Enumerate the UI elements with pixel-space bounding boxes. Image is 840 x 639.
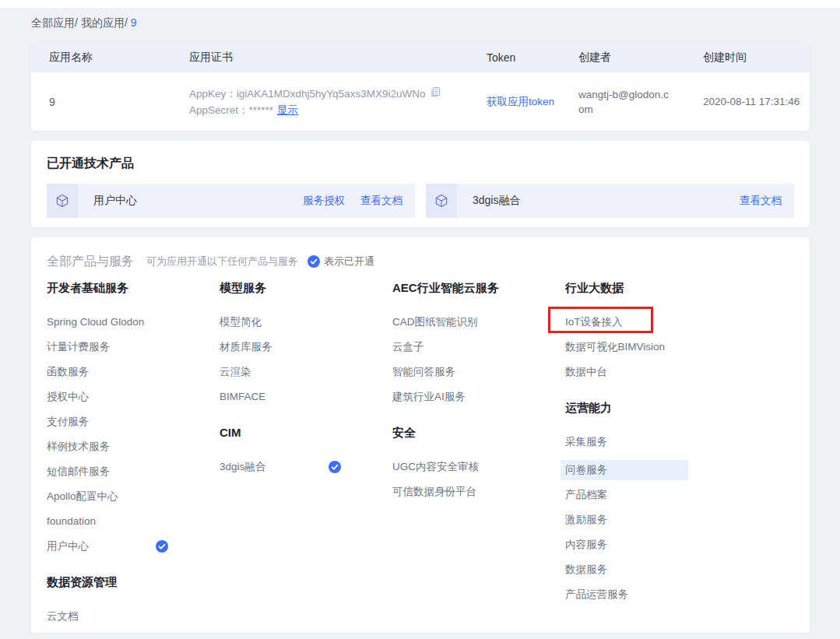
breadcrumb: 全部应用/我的应用/9 <box>31 16 810 30</box>
app-table-card: 应用名称 应用证书 Token 创建者 创建时间 9 AppKey：igiAKA… <box>31 43 810 131</box>
appkey-value: AppKey：igiAKA1MDxdhj5hyYq5axs3MX9i2uWNo <box>189 86 425 102</box>
service-item-user-center[interactable]: 用户中心 <box>47 539 168 553</box>
service-item-payment[interactable]: 支付服务 <box>47 415 168 429</box>
legend-label: 表示已开通 <box>324 255 374 269</box>
service-item-construction-ai[interactable]: 建筑行业AI服务 <box>392 390 514 404</box>
service-item-ugc-audit[interactable]: UGC内容安全审核 <box>392 460 514 474</box>
app-table-header: 应用名称 应用证书 Token 创建者 创建时间 <box>31 43 810 72</box>
service-item-function[interactable]: 函数服务 <box>47 365 168 379</box>
service-item-trusted-identity[interactable]: 可信数据身份平台 <box>392 485 514 499</box>
page-background: 全部应用/我的应用/9 应用名称 应用证书 Token 创建者 创建时间 9 A… <box>0 8 840 639</box>
opened-products-card: 已开通技术产品 用户中心 服务授权 查看文档 3dgis融合 查看文档 <box>31 141 810 227</box>
service-item-product-ops[interactable]: 产品运营服务 <box>565 588 687 602</box>
view-docs-link[interactable]: 查看文档 <box>360 194 402 208</box>
service-item-3dgis[interactable]: 3dgis融合 <box>220 460 341 474</box>
service-group-title: CIM <box>220 425 392 441</box>
service-item-apollo[interactable]: Apollo配置中心 <box>47 490 168 504</box>
service-item-cloud-box[interactable]: 云盒子 <box>392 340 514 354</box>
breadcrumb-my-apps[interactable]: 我的应用/ <box>81 16 128 29</box>
service-item-collection[interactable]: 采集服务 <box>565 435 687 449</box>
col-header-app-name: 应用名称 <box>49 51 189 65</box>
cube-icon <box>426 184 457 218</box>
col-header-created-time: 创建时间 <box>703 51 810 65</box>
check-icon <box>308 255 320 268</box>
service-group-title: 安全 <box>392 425 565 441</box>
service-item-spring-cloud[interactable]: Spring Cloud Glodon <box>47 315 168 329</box>
service-item-incentive[interactable]: 激励服务 <box>565 513 687 527</box>
col-header-creator: 创建者 <box>578 51 703 65</box>
legend: 表示已开通 <box>308 255 374 269</box>
service-group-title: 数据资源管理 <box>47 574 220 590</box>
cube-icon <box>47 184 78 218</box>
service-item-bimvision[interactable]: 数据可视化BIMVision <box>565 340 687 354</box>
opened-products-title: 已开通技术产品 <box>47 155 794 171</box>
product-name: 3dgis融合 <box>473 194 520 208</box>
app-cert-cell: AppKey：igiAKA1MDxdhj5hyYq5axs3MX9i2uWNo … <box>189 86 487 118</box>
service-group-title: AEC行业智能云服务 <box>392 280 565 296</box>
product-name: 用户中心 <box>93 194 137 208</box>
service-auth-link[interactable]: 服务授权 <box>303 194 345 208</box>
services-column-4: 行业大数据 IoT设备接入 数据可视化BIMVision 数据中台 运营能力 采… <box>565 280 738 639</box>
col-header-app-cert: 应用证书 <box>189 51 487 65</box>
service-group-title: 开发者基础服务 <box>47 280 220 296</box>
table-row: 9 AppKey：igiAKA1MDxdhj5hyYq5axs3MX9i2uWN… <box>31 72 810 131</box>
service-item-cad-recognition[interactable]: CAD图纸智能识别 <box>392 315 514 329</box>
breadcrumb-all-apps[interactable]: 全部应用/ <box>31 16 78 29</box>
service-item-smart-qa[interactable]: 智能问答服务 <box>392 365 514 379</box>
service-item-sms-mail[interactable]: 短信邮件服务 <box>47 465 168 479</box>
services-column-2: 模型服务 模型简化 材质库服务 云渲染 BIMFACE CIM 3dgis融合 <box>220 280 392 639</box>
service-item-sample-tech[interactable]: 样例技术服务 <box>47 440 168 454</box>
show-secret-link[interactable]: 显示 <box>277 102 298 118</box>
copy-icon[interactable] <box>430 86 441 102</box>
service-item-content[interactable]: 内容服务 <box>565 538 687 552</box>
appsecret-masked: AppSecret：****** <box>189 102 273 118</box>
service-item-survey[interactable]: 问卷服务 <box>561 460 688 480</box>
all-services-card: 全部产品与服务 可为应用开通以下任何产品与服务 表示已开通 开发者基础服务 Sp… <box>31 237 810 633</box>
service-item-data-service[interactable]: 数据服务 <box>565 563 687 577</box>
service-item-bimface[interactable]: BIMFACE <box>220 390 341 404</box>
all-services-subtitle: 可为应用开通以下任何产品与服务 <box>146 255 298 269</box>
service-group-title: 行业大数据 <box>565 280 738 296</box>
all-services-title: 全部产品与服务 <box>47 254 134 270</box>
service-item-foundation[interactable]: foundation <box>47 514 168 528</box>
service-item-metering[interactable]: 计量计费服务 <box>47 340 168 354</box>
view-docs-link[interactable]: 查看文档 <box>740 194 782 208</box>
check-icon <box>329 461 341 473</box>
services-column-3: AEC行业智能云服务 CAD图纸智能识别 云盒子 智能问答服务 建筑行业AI服务… <box>392 280 565 639</box>
check-icon <box>156 540 168 553</box>
service-item-model-simplify[interactable]: 模型简化 <box>220 315 341 329</box>
service-item-product-archive[interactable]: 产品档案 <box>565 488 687 502</box>
opened-product-user-center: 用户中心 服务授权 查看文档 <box>47 184 415 218</box>
service-group-title: 运营能力 <box>565 400 738 416</box>
breadcrumb-current-app: 9 <box>131 16 137 29</box>
created-time: 2020-08-11 17:31:46 <box>703 96 810 107</box>
services-column-1: 开发者基础服务 Spring Cloud Glodon 计量计费服务 函数服务 … <box>47 280 220 639</box>
app-name: 9 <box>49 96 189 108</box>
opened-product-3dgis: 3dgis融合 查看文档 <box>426 184 794 218</box>
creator-email: wangtj-b@glodon.com <box>578 87 703 117</box>
service-group-title: 模型服务 <box>220 280 392 296</box>
service-item-auth-center[interactable]: 授权中心 <box>47 390 168 404</box>
service-item-cloud-render[interactable]: 云渲染 <box>220 365 341 379</box>
col-header-token: Token <box>487 51 578 64</box>
service-item-material-lib[interactable]: 材质库服务 <box>220 340 341 354</box>
service-item-iot-access[interactable]: IoT设备接入 <box>565 315 687 329</box>
service-item-cloud-doc[interactable]: 云文档 <box>47 609 168 623</box>
service-item-data-platform[interactable]: 数据中台 <box>565 365 687 379</box>
get-token-link[interactable]: 获取应用token <box>487 96 554 107</box>
